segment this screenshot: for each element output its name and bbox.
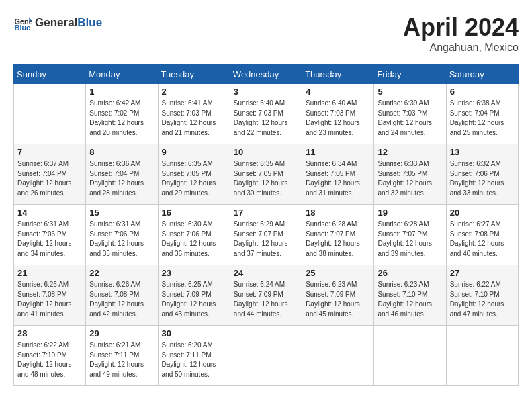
weekday-header-wednesday: Wednesday [230,65,302,84]
calendar-cell: 26Sunrise: 6:23 AM Sunset: 7:10 PM Dayli… [374,265,446,326]
day-number: 12 [378,147,442,157]
calendar-cell: 14Sunrise: 6:31 AM Sunset: 7:06 PM Dayli… [14,205,86,265]
calendar-week-row: 21Sunrise: 6:26 AM Sunset: 7:08 PM Dayli… [14,265,519,326]
weekday-header-row: SundayMondayTuesdayWednesdayThursdayFrid… [14,65,519,84]
cell-sun-info: Sunrise: 6:23 AM Sunset: 7:09 PM Dayligh… [306,280,370,319]
cell-sun-info: Sunrise: 6:24 AM Sunset: 7:09 PM Dayligh… [234,280,298,319]
title-block: April 2024 Angahuan, Mexico [403,13,519,54]
day-number: 19 [378,208,442,218]
day-number: 21 [17,268,82,278]
calendar-cell: 13Sunrise: 6:32 AM Sunset: 7:06 PM Dayli… [446,144,518,205]
cell-sun-info: Sunrise: 6:31 AM Sunset: 7:06 PM Dayligh… [89,220,154,259]
calendar-cell: 9Sunrise: 6:35 AM Sunset: 7:05 PM Daylig… [158,144,230,205]
day-number: 9 [162,147,226,157]
calendar-cell: 15Sunrise: 6:31 AM Sunset: 7:06 PM Dayli… [86,205,158,265]
calendar-cell: 24Sunrise: 6:24 AM Sunset: 7:09 PM Dayli… [230,265,302,326]
day-number: 6 [450,87,515,97]
calendar-cell: 25Sunrise: 6:23 AM Sunset: 7:09 PM Dayli… [302,265,374,326]
weekday-header-thursday: Thursday [302,65,374,84]
cell-sun-info: Sunrise: 6:26 AM Sunset: 7:08 PM Dayligh… [17,280,82,319]
calendar-cell: 7Sunrise: 6:37 AM Sunset: 7:04 PM Daylig… [14,144,86,205]
calendar-cell: 17Sunrise: 6:29 AM Sunset: 7:07 PM Dayli… [230,205,302,265]
calendar-cell [14,84,86,144]
svg-text:Blue: Blue [15,24,31,32]
cell-sun-info: Sunrise: 6:21 AM Sunset: 7:11 PM Dayligh… [89,340,154,379]
logo-icon: General Blue [13,13,32,32]
cell-sun-info: Sunrise: 6:31 AM Sunset: 7:06 PM Dayligh… [17,220,82,259]
calendar-cell: 16Sunrise: 6:30 AM Sunset: 7:06 PM Dayli… [158,205,230,265]
day-number: 13 [450,147,515,157]
calendar-week-row: 7Sunrise: 6:37 AM Sunset: 7:04 PM Daylig… [14,144,519,205]
cell-sun-info: Sunrise: 6:32 AM Sunset: 7:06 PM Dayligh… [450,159,515,198]
day-number: 2 [162,87,226,97]
day-number: 25 [306,268,370,278]
calendar-cell: 22Sunrise: 6:26 AM Sunset: 7:08 PM Dayli… [86,265,158,326]
day-number: 23 [162,268,226,278]
day-number: 22 [89,268,154,278]
month-year-title: April 2024 [403,13,519,42]
day-number: 14 [17,208,82,218]
weekday-header-saturday: Saturday [446,65,518,84]
cell-sun-info: Sunrise: 6:33 AM Sunset: 7:05 PM Dayligh… [378,159,442,198]
day-number: 1 [89,87,154,97]
cell-sun-info: Sunrise: 6:27 AM Sunset: 7:08 PM Dayligh… [450,220,515,259]
calendar-week-row: 28Sunrise: 6:22 AM Sunset: 7:10 PM Dayli… [14,326,519,386]
calendar-cell [230,326,302,386]
calendar-cell [374,326,446,386]
page-header: General Blue General Blue April 2024 Ang… [13,13,519,54]
calendar-cell: 20Sunrise: 6:27 AM Sunset: 7:08 PM Dayli… [446,205,518,265]
cell-sun-info: Sunrise: 6:25 AM Sunset: 7:09 PM Dayligh… [162,280,226,319]
weekday-header-sunday: Sunday [14,65,86,84]
calendar-cell: 11Sunrise: 6:34 AM Sunset: 7:05 PM Dayli… [302,144,374,205]
cell-sun-info: Sunrise: 6:22 AM Sunset: 7:10 PM Dayligh… [450,280,515,319]
cell-sun-info: Sunrise: 6:37 AM Sunset: 7:04 PM Dayligh… [17,159,82,198]
cell-sun-info: Sunrise: 6:40 AM Sunset: 7:03 PM Dayligh… [306,99,370,138]
cell-sun-info: Sunrise: 6:26 AM Sunset: 7:08 PM Dayligh… [89,280,154,319]
calendar-cell: 30Sunrise: 6:20 AM Sunset: 7:11 PM Dayli… [158,326,230,386]
day-number: 18 [306,208,370,218]
logo-general-text: General [35,16,77,30]
calendar-cell: 5Sunrise: 6:39 AM Sunset: 7:03 PM Daylig… [374,84,446,144]
cell-sun-info: Sunrise: 6:39 AM Sunset: 7:03 PM Dayligh… [378,99,442,138]
day-number: 30 [162,328,226,338]
calendar-cell: 19Sunrise: 6:28 AM Sunset: 7:07 PM Dayli… [374,205,446,265]
cell-sun-info: Sunrise: 6:42 AM Sunset: 7:02 PM Dayligh… [89,99,154,138]
day-number: 11 [306,147,370,157]
day-number: 17 [234,208,298,218]
calendar-cell: 12Sunrise: 6:33 AM Sunset: 7:05 PM Dayli… [374,144,446,205]
cell-sun-info: Sunrise: 6:23 AM Sunset: 7:10 PM Dayligh… [378,280,442,319]
calendar-week-row: 14Sunrise: 6:31 AM Sunset: 7:06 PM Dayli… [14,205,519,265]
calendar-cell: 1Sunrise: 6:42 AM Sunset: 7:02 PM Daylig… [86,84,158,144]
calendar-cell: 10Sunrise: 6:35 AM Sunset: 7:05 PM Dayli… [230,144,302,205]
calendar-cell: 23Sunrise: 6:25 AM Sunset: 7:09 PM Dayli… [158,265,230,326]
calendar-cell: 3Sunrise: 6:40 AM Sunset: 7:03 PM Daylig… [230,84,302,144]
cell-sun-info: Sunrise: 6:36 AM Sunset: 7:04 PM Dayligh… [89,159,154,198]
day-number: 24 [234,268,298,278]
cell-sun-info: Sunrise: 6:40 AM Sunset: 7:03 PM Dayligh… [234,99,298,138]
day-number: 29 [89,328,154,338]
cell-sun-info: Sunrise: 6:34 AM Sunset: 7:05 PM Dayligh… [306,159,370,198]
day-number: 15 [89,208,154,218]
calendar-cell: 2Sunrise: 6:41 AM Sunset: 7:03 PM Daylig… [158,84,230,144]
calendar-cell: 21Sunrise: 6:26 AM Sunset: 7:08 PM Dayli… [14,265,86,326]
logo: General Blue General Blue [13,13,102,32]
calendar-week-row: 1Sunrise: 6:42 AM Sunset: 7:02 PM Daylig… [14,84,519,144]
cell-sun-info: Sunrise: 6:20 AM Sunset: 7:11 PM Dayligh… [162,340,226,379]
cell-sun-info: Sunrise: 6:28 AM Sunset: 7:07 PM Dayligh… [306,220,370,259]
cell-sun-info: Sunrise: 6:41 AM Sunset: 7:03 PM Dayligh… [162,99,226,138]
cell-sun-info: Sunrise: 6:38 AM Sunset: 7:04 PM Dayligh… [450,99,515,138]
weekday-header-tuesday: Tuesday [158,65,230,84]
location-subtitle: Angahuan, Mexico [403,42,519,54]
calendar-cell: 4Sunrise: 6:40 AM Sunset: 7:03 PM Daylig… [302,84,374,144]
cell-sun-info: Sunrise: 6:35 AM Sunset: 7:05 PM Dayligh… [162,159,226,198]
day-number: 20 [450,208,515,218]
logo-blue-text: Blue [77,16,102,30]
day-number: 4 [306,87,370,97]
calendar-cell [302,326,374,386]
cell-sun-info: Sunrise: 6:35 AM Sunset: 7:05 PM Dayligh… [234,159,298,198]
weekday-header-friday: Friday [374,65,446,84]
day-number: 27 [450,268,515,278]
day-number: 8 [89,147,154,157]
calendar-cell: 8Sunrise: 6:36 AM Sunset: 7:04 PM Daylig… [86,144,158,205]
cell-sun-info: Sunrise: 6:22 AM Sunset: 7:10 PM Dayligh… [17,340,82,379]
